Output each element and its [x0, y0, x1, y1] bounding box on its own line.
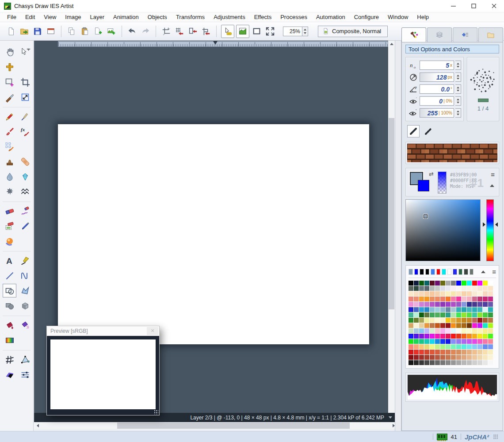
threshold-high-input[interactable]: 255 | 100%	[420, 108, 454, 118]
palette-swatch[interactable]	[435, 318, 440, 323]
close-button[interactable]	[484, 0, 504, 12]
palette-swatch[interactable]	[456, 312, 461, 317]
palette-swatch[interactable]	[483, 318, 488, 323]
palette-swatch[interactable]	[456, 339, 461, 344]
palette-swatch[interactable]	[477, 302, 482, 307]
menu-icon[interactable]: ≡	[492, 268, 496, 275]
palette-swatch[interactable]	[446, 286, 451, 291]
palette-swatch[interactable]	[424, 339, 429, 344]
palette-swatch[interactable]	[477, 328, 482, 333]
recent-color-swatch[interactable]	[447, 269, 452, 275]
palette-swatch[interactable]	[409, 302, 413, 307]
palette-swatch[interactable]	[472, 328, 477, 333]
palette-swatch[interactable]	[414, 302, 419, 307]
palette-swatch[interactable]	[409, 307, 413, 312]
palette-swatch[interactable]	[414, 307, 419, 312]
tool-sharpen-diamond[interactable]	[18, 170, 32, 183]
tool-clone-stamp[interactable]	[3, 155, 16, 168]
menu-item-effects[interactable]: Effects	[250, 13, 276, 21]
palette-swatch[interactable]	[483, 302, 488, 307]
menu-item-automation[interactable]: Automation	[312, 13, 350, 21]
palette-swatch[interactable]	[467, 318, 472, 323]
palette-swatch[interactable]	[472, 318, 477, 323]
preview-title-bar[interactable]: Preview [sRGB] ✕	[47, 326, 159, 336]
palette-swatch[interactable]	[419, 297, 424, 301]
palette-swatch[interactable]	[409, 355, 413, 360]
tab-tool-options[interactable]	[401, 27, 426, 42]
tool-crop[interactable]	[18, 75, 32, 89]
paste-button[interactable]	[78, 25, 92, 38]
palette-swatch[interactable]	[430, 286, 435, 291]
palette-swatch[interactable]	[409, 334, 413, 339]
palette-swatch[interactable]	[430, 360, 435, 365]
palette-swatch[interactable]	[409, 344, 413, 349]
diameter-input[interactable]: 128 px	[420, 72, 454, 82]
palette-swatch[interactable]	[456, 307, 461, 312]
palette-swatch[interactable]	[451, 355, 456, 360]
recent-color-swatch[interactable]	[458, 269, 463, 275]
palette-swatch[interactable]	[477, 297, 482, 301]
palette-swatch[interactable]	[419, 339, 424, 344]
palette-swatch[interactable]	[446, 360, 451, 365]
palette-swatch[interactable]	[472, 286, 477, 291]
palette-swatch[interactable]	[472, 355, 477, 360]
palette-swatch[interactable]	[409, 360, 413, 365]
zoom-spinner[interactable]	[302, 27, 308, 36]
recent-color-swatch[interactable]	[414, 269, 419, 275]
palette-swatch[interactable]	[456, 344, 461, 349]
palette-swatch[interactable]	[451, 339, 456, 344]
palette-swatch[interactable]	[483, 297, 488, 301]
palette-swatch[interactable]	[424, 328, 429, 333]
palette-swatch[interactable]	[435, 302, 440, 307]
palette-swatch[interactable]	[472, 350, 477, 354]
palette-swatch[interactable]	[414, 323, 419, 328]
preview-close-icon[interactable]: ✕	[147, 327, 158, 335]
tool-shapes[interactable]	[3, 284, 16, 297]
palette-swatch[interactable]	[451, 307, 456, 312]
palette-swatch[interactable]	[440, 334, 445, 339]
palette-swatch[interactable]	[462, 350, 466, 354]
snap-object-button[interactable]	[186, 25, 199, 38]
palette-swatch[interactable]	[451, 281, 456, 286]
palette-swatch[interactable]	[430, 318, 435, 323]
tool-free-transform[interactable]	[18, 90, 32, 104]
tool-marker-pen[interactable]	[18, 219, 32, 233]
snap-guide-button[interactable]	[199, 25, 213, 38]
panel-splitter[interactable]	[395, 41, 401, 431]
texture-preview[interactable]	[405, 142, 499, 164]
palette-swatch[interactable]	[430, 355, 435, 360]
hue-slider[interactable]	[483, 199, 497, 261]
window-resize-grip[interactable]	[493, 434, 498, 439]
palette-swatch[interactable]	[446, 297, 451, 301]
palette-swatch[interactable]	[477, 286, 482, 291]
palette-swatch[interactable]	[424, 302, 429, 307]
palette-swatch[interactable]	[483, 360, 488, 365]
tool-knife[interactable]	[3, 90, 16, 104]
palette-swatch[interactable]	[409, 318, 413, 323]
palette-swatch[interactable]	[430, 339, 435, 344]
horizontal-scrollbar[interactable]	[34, 422, 395, 429]
palette-swatch[interactable]	[462, 355, 466, 360]
palette-swatch[interactable]	[472, 344, 477, 349]
palette-swatch[interactable]	[462, 344, 466, 349]
palette-swatch[interactable]	[462, 291, 466, 296]
palette-swatch[interactable]	[462, 307, 466, 312]
threshold-low-input[interactable]: 0 | 0%	[420, 96, 454, 106]
tool-calligraphy-pen[interactable]	[18, 254, 32, 267]
palette-swatch[interactable]	[414, 334, 419, 339]
palette-swatch[interactable]	[446, 307, 451, 312]
palette-swatch[interactable]	[409, 328, 413, 333]
palette-swatch[interactable]	[435, 307, 440, 312]
tool-background-eraser[interactable]	[3, 219, 16, 233]
palette-swatch[interactable]	[483, 350, 488, 354]
palette-swatch[interactable]	[451, 312, 456, 317]
palette-swatch[interactable]	[488, 350, 493, 354]
palette-swatch[interactable]	[472, 334, 477, 339]
palette-swatch[interactable]	[446, 291, 451, 296]
palette-swatch[interactable]	[414, 350, 419, 354]
palette-swatch[interactable]	[488, 339, 493, 344]
palette-swatch[interactable]	[424, 344, 429, 349]
palette-swatch[interactable]	[446, 334, 451, 339]
saturation-value-picker[interactable]	[405, 199, 481, 261]
recent-color-swatch[interactable]	[425, 269, 430, 275]
